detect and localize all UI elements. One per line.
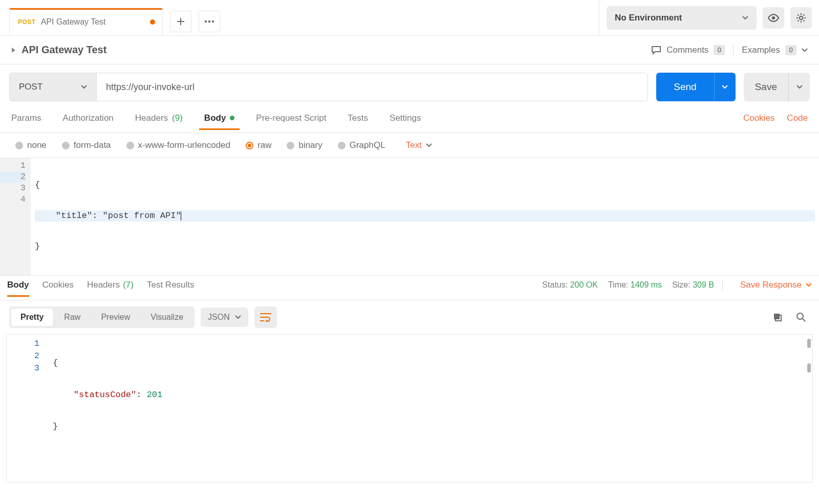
body-type-none[interactable]: none — [15, 140, 47, 150]
response-tab-test-results[interactable]: Test Results — [147, 280, 195, 296]
wrap-lines-button[interactable] — [254, 306, 277, 328]
request-name: API Gateway Test — [21, 44, 106, 56]
chevron-down-icon — [235, 315, 241, 319]
tab-pre-request-script[interactable]: Pre-request Script — [256, 113, 326, 129]
body-type-binary[interactable]: binary — [287, 140, 322, 150]
response-view-segment: Pretty Raw Preview Visualize — [9, 306, 195, 328]
body-type-urlencoded-label: x-www-form-urlencoded — [138, 140, 230, 150]
view-pretty[interactable]: Pretty — [11, 309, 53, 326]
tab-body[interactable]: Body — [204, 113, 235, 129]
response-tab-headers-count: (7) — [123, 280, 134, 290]
tab-body-label: Body — [204, 113, 226, 123]
chevron-down-icon — [796, 85, 803, 89]
text-cursor-icon — [181, 211, 181, 221]
response-tab-headers[interactable]: Headers (7) — [87, 280, 134, 296]
body-type-none-label: none — [27, 140, 47, 150]
body-type-raw[interactable]: raw — [246, 140, 271, 150]
tab-params[interactable]: Params — [11, 113, 41, 129]
triangle-right-icon — [11, 47, 16, 53]
cookies-link[interactable]: Cookies — [743, 113, 774, 123]
response-body-viewer[interactable]: 1 2 3 { "statusCode": 201 } — [6, 334, 813, 483]
comments-button[interactable]: Comments 0 — [651, 45, 725, 55]
method-value: POST — [19, 82, 42, 92]
tab-headers[interactable]: Headers (9) — [135, 113, 183, 129]
new-tab-button[interactable] — [170, 11, 191, 32]
gear-icon — [796, 13, 806, 23]
request-tab[interactable]: POST API Gateway Test — [9, 8, 163, 35]
divider — [733, 45, 734, 56]
copy-response-button[interactable] — [769, 309, 786, 326]
svg-point-7 — [797, 313, 803, 319]
environment-select[interactable]: No Environment — [607, 6, 757, 30]
chevron-down-icon — [426, 143, 432, 147]
body-type-graphql-label: GraphQL — [350, 140, 385, 150]
comment-icon — [651, 46, 661, 55]
unsaved-dot-icon — [150, 19, 155, 25]
scrollbar-thumb[interactable] — [807, 363, 811, 372]
body-type-urlencoded[interactable]: x-www-form-urlencoded — [126, 140, 230, 150]
comments-label: Comments — [666, 45, 708, 55]
tab-method-badge: POST — [18, 18, 36, 26]
svg-point-3 — [772, 16, 775, 19]
chevron-down-icon — [802, 48, 808, 52]
save-more-button[interactable] — [788, 73, 810, 101]
url-bar: POST — [9, 73, 648, 101]
raw-datatype-label: Text — [406, 140, 422, 150]
divider — [722, 279, 723, 291]
eye-icon — [768, 14, 779, 22]
chevron-down-icon — [81, 85, 87, 89]
response-gutter: 1 2 3 — [7, 335, 49, 482]
svg-point-1 — [208, 20, 210, 23]
search-icon — [796, 312, 806, 322]
view-raw[interactable]: Raw — [55, 309, 90, 326]
url-input[interactable] — [97, 73, 648, 101]
collapse-toggle[interactable] — [11, 47, 16, 53]
tab-headers-count: (9) — [172, 113, 183, 123]
body-type-graphql[interactable]: GraphQL — [338, 140, 385, 150]
response-format-label: JSON — [208, 313, 230, 322]
response-tab-cookies[interactable]: Cookies — [42, 280, 74, 296]
response-format-select[interactable]: JSON — [201, 308, 248, 327]
body-type-binary-label: binary — [298, 140, 322, 150]
examples-label: Examples — [742, 45, 780, 55]
comments-count: 0 — [714, 45, 725, 55]
environment-label: No Environment — [615, 13, 682, 23]
scrollbar-thumb[interactable] — [807, 339, 811, 348]
svg-rect-6 — [774, 314, 780, 319]
raw-datatype-select[interactable]: Text — [406, 140, 432, 150]
request-body-editor[interactable]: 1 2 3 4 { "title": "post from API" } — [0, 158, 819, 276]
code-link[interactable]: Code — [787, 113, 808, 123]
save-response-label: Save Response — [740, 280, 802, 290]
env-settings-button[interactable] — [790, 7, 812, 29]
body-dot-icon — [230, 116, 234, 120]
body-type-form-data[interactable]: form-data — [62, 140, 111, 150]
response-status: Status: 200 OK Time: 1409 ms Size: 309 B — [542, 280, 714, 296]
tab-authorization[interactable]: Authorization — [63, 113, 114, 129]
body-type-form-data-label: form-data — [74, 140, 111, 150]
tab-title: API Gateway Test — [41, 17, 106, 27]
chevron-down-icon — [806, 283, 812, 287]
save-response-dropdown[interactable]: Save Response — [740, 280, 812, 296]
response-tab-body[interactable]: Body — [7, 280, 29, 296]
response-tab-headers-label: Headers — [87, 280, 120, 290]
tab-settings[interactable]: Settings — [390, 113, 421, 129]
view-visualize[interactable]: Visualize — [141, 309, 192, 326]
svg-point-0 — [205, 20, 207, 23]
tab-tests[interactable]: Tests — [348, 113, 368, 129]
editor-code[interactable]: { "title": "post from API" } — [31, 158, 819, 275]
chevron-down-icon — [722, 85, 728, 89]
wrap-icon — [260, 313, 271, 322]
send-more-button[interactable] — [714, 73, 736, 101]
examples-dropdown[interactable]: Examples 0 — [742, 45, 808, 55]
method-select[interactable]: POST — [10, 73, 97, 101]
send-button[interactable]: Send — [656, 73, 714, 101]
view-preview[interactable]: Preview — [92, 309, 139, 326]
env-quicklook-button[interactable] — [763, 7, 784, 29]
editor-gutter: 1 2 3 4 — [0, 158, 31, 275]
save-button[interactable]: Save — [744, 73, 788, 101]
search-response-button[interactable] — [792, 309, 810, 326]
tab-actions-button[interactable] — [199, 11, 220, 32]
svg-point-4 — [800, 16, 803, 19]
examples-count: 0 — [785, 45, 796, 55]
tab-headers-label: Headers — [135, 113, 168, 123]
